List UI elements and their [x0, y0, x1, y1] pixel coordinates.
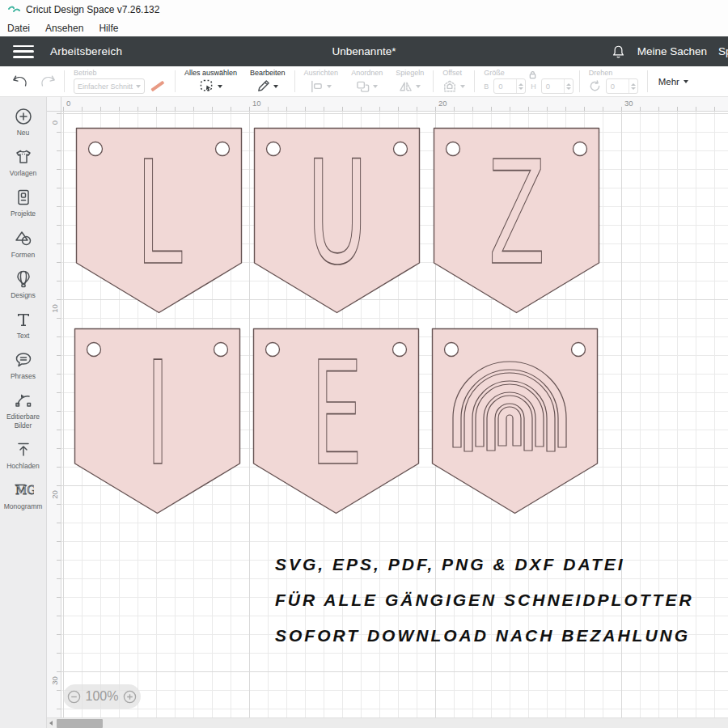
sidebar-item-neu[interactable]: Neu [0, 101, 46, 142]
lock-icon[interactable] [528, 70, 537, 79]
window-titlebar: Cricut Design Space v7.26.132 [0, 0, 728, 19]
window-title: Cricut Design Space v7.26.132 [26, 4, 159, 15]
shapes-icon [14, 229, 33, 248]
svg-text:E: E [311, 331, 363, 497]
my-stuff-link[interactable]: Meine Sachen [637, 45, 707, 57]
menu-datei[interactable]: Datei [7, 23, 30, 34]
arrange-icon [356, 80, 370, 93]
svg-text:L: L [137, 130, 183, 297]
balloon-icon [14, 269, 33, 289]
design-canvas[interactable]: 0 10 20 30 0 10 20 30 L [47, 97, 728, 717]
zoom-level: 100% [86, 689, 119, 704]
sidebar-item-projekte[interactable]: Projekte [0, 182, 46, 222]
operation-label: Betrieb [74, 69, 97, 78]
sidebar-item-designs[interactable]: Designs [0, 264, 46, 304]
hole-icon [572, 343, 586, 357]
pennant-rainbow[interactable] [431, 328, 599, 514]
redo-button[interactable] [34, 66, 61, 96]
align-icon [310, 80, 324, 93]
svg-text:Z: Z [489, 130, 545, 297]
height-field-label: H [531, 83, 536, 91]
menu-hilfe[interactable]: Hilfe [99, 23, 118, 34]
edit-toolbar: Betrieb Einfacher Schnitt Alles auswähle… [0, 66, 728, 97]
pennant-letter-z[interactable]: Z [433, 127, 600, 314]
pennant-letter-l[interactable]: L [75, 127, 243, 314]
zoom-in-icon[interactable] [123, 690, 137, 704]
canvas-text-block[interactable]: SVG, EPS, PDF, PNG & DXF DATEI FÜR ALLE … [275, 547, 728, 654]
sidebar-item-hochladen[interactable]: Hochladen [0, 434, 46, 475]
undo-button[interactable] [6, 66, 34, 96]
svg-text:U: U [307, 130, 368, 297]
width-field-label: B [484, 83, 489, 91]
rotate-stepper[interactable] [629, 79, 637, 93]
save-button[interactable]: Speichern [718, 45, 728, 57]
pennant-letter-u[interactable]: U [253, 127, 421, 314]
scroll-left-icon[interactable] [49, 721, 53, 726]
ruler-corner [47, 97, 61, 112]
upload-icon [14, 440, 33, 459]
sidebar-item-editierbare-bilder[interactable]: Editierbare Bilder [0, 385, 46, 434]
align-label: Ausrichten [304, 69, 339, 78]
sidebar-item-monogramm[interactable]: MG Monogramm [0, 475, 46, 515]
workspace-label[interactable]: Arbeitsbereich [50, 45, 122, 57]
bell-icon[interactable] [611, 44, 626, 60]
svg-text:I: I [146, 331, 170, 497]
arrange-label: Anordnen [351, 69, 383, 78]
offset-label: Offset [442, 69, 462, 78]
width-stepper[interactable] [516, 79, 525, 93]
sidebar-item-phrases[interactable]: Phrases [0, 345, 46, 385]
svg-text:MG: MG [15, 484, 34, 497]
select-all-group[interactable]: Alles auswählen [178, 66, 243, 96]
color-pencil-icon[interactable] [148, 79, 166, 94]
text-icon [14, 310, 33, 329]
canvas-text-line: SOFORT DOWNLOAD NACH BEZAHLUNG [275, 618, 728, 654]
flip-label: Spiegeln [396, 69, 424, 78]
hole-icon [87, 343, 101, 357]
sidebar-item-formen[interactable]: Formen [0, 223, 46, 264]
hole-icon [574, 142, 587, 156]
more-button[interactable]: Mehr [650, 66, 696, 96]
scrollbar-thumb[interactable] [57, 719, 103, 728]
speech-bubble-icon [14, 350, 33, 370]
ruler-vertical: 0 10 20 30 [47, 97, 61, 717]
pennant-letter-e[interactable]: E [252, 328, 420, 514]
flip-group[interactable]: Spiegeln [389, 66, 430, 96]
zoom-out-icon[interactable] [67, 690, 81, 704]
arrange-group[interactable]: Anordnen [345, 66, 389, 96]
menu-bar: Datei Ansehen Hilfe [0, 19, 728, 36]
hole-icon [394, 142, 408, 156]
pencil-icon [256, 79, 270, 93]
size-group: Größe B 0 H 0 [477, 66, 577, 96]
horizontal-scrollbar[interactable] [47, 717, 728, 728]
hole-icon [267, 142, 281, 156]
redo-icon [40, 74, 56, 88]
canvas-text-line: SVG, EPS, PDF, PNG & DXF DATEI [275, 547, 728, 582]
height-field[interactable]: 0 [541, 78, 574, 94]
monogram-icon: MG [13, 480, 34, 500]
tshirt-icon [14, 147, 33, 167]
offset-group[interactable]: Offset [436, 66, 472, 96]
size-label: Größe [484, 69, 505, 78]
rotate-icon [589, 80, 601, 92]
sidebar-item-text[interactable]: Text [0, 304, 46, 345]
rotate-field[interactable]: 0 [606, 78, 638, 94]
cricut-logo-icon [8, 6, 20, 15]
hamburger-menu-icon[interactable] [13, 45, 34, 58]
align-group[interactable]: Ausrichten [298, 66, 345, 96]
canvas-text-line: FÜR ALLE GÄNGIGEN SCHNEIDPLOTTER [275, 582, 728, 618]
pennant-letter-i[interactable]: I [74, 328, 241, 514]
operation-group: Betrieb Einfacher Schnitt [67, 66, 172, 96]
hole-icon [393, 343, 407, 357]
hole-icon [216, 142, 230, 156]
edit-group[interactable]: Bearbeiten [243, 66, 292, 96]
width-field[interactable]: 0 [493, 78, 526, 94]
edit-label: Bearbeiten [250, 69, 286, 78]
operation-select[interactable]: Einfacher Schnitt [74, 78, 145, 94]
sidebar-item-vorlagen[interactable]: Vorlagen [0, 142, 46, 182]
height-stepper[interactable] [564, 79, 573, 93]
select-all-label: Alles auswählen [184, 69, 237, 78]
notebook-icon [14, 188, 33, 207]
zoom-control: 100% [63, 684, 141, 709]
menu-ansehen[interactable]: Ansehen [45, 23, 83, 34]
rotate-label: Drehen [589, 69, 613, 78]
